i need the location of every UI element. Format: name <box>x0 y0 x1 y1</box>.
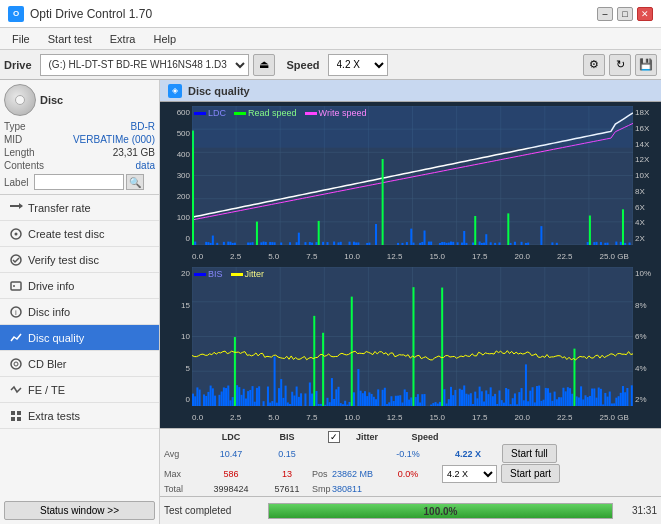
ldc-y-axis-right: 18X16X14X12X10X8X6X4X2X <box>633 106 657 245</box>
status-window-button[interactable]: Status window >> <box>4 501 155 520</box>
disc-icon <box>4 84 36 116</box>
bis-y-axis-right: 10%8%6%4%2% <box>633 267 657 406</box>
maximize-button[interactable]: □ <box>617 7 633 21</box>
eject-button[interactable]: ⏏ <box>253 54 275 76</box>
ldc-legend-ldc: LDC <box>194 108 226 118</box>
bis-chart-canvas <box>192 267 633 406</box>
disc-panel: Disc Type BD-R MID VERBATIMe (000) Lengt… <box>0 80 159 195</box>
sidebar-item-extra-tests[interactable]: Extra tests <box>0 403 159 429</box>
ldc-legend-read: Read speed <box>234 108 297 118</box>
svg-marker-1 <box>19 203 23 209</box>
cd-bler-icon <box>8 356 24 372</box>
position-value: 23862 MB <box>332 469 378 479</box>
drive-label: Drive <box>4 59 32 71</box>
menu-start-test[interactable]: Start test <box>40 31 100 47</box>
svg-rect-11 <box>11 411 15 415</box>
label-label: Label <box>4 177 28 188</box>
svg-point-6 <box>13 285 15 287</box>
jitter-checkbox[interactable]: ✓ <box>328 431 340 443</box>
avg-jitter: -0.1% <box>378 449 438 459</box>
avg-ldc: 10.47 <box>200 449 262 459</box>
app-icon: O <box>8 6 24 22</box>
verify-icon <box>8 252 24 268</box>
contents-value: data <box>136 160 155 171</box>
svg-point-3 <box>15 232 18 235</box>
bis-chart-area: BIS Jitter <box>192 267 633 406</box>
sidebar-item-verify-test-disc[interactable]: Verify test disc <box>0 247 159 273</box>
main-content: ◈ Disc quality 6005004003002001000 18X16… <box>160 80 661 524</box>
drive-select[interactable]: (G:) HL-DT-ST BD-RE WH16NS48 1.D3 <box>40 54 249 76</box>
refresh-icon-btn[interactable]: ↻ <box>609 54 631 76</box>
speed-select[interactable]: 4.2 X <box>328 54 388 76</box>
progress-bar-container: 100.0% <box>268 503 613 519</box>
sidebar: Disc Type BD-R MID VERBATIMe (000) Lengt… <box>0 80 160 524</box>
disc-quality-icon <box>8 330 24 346</box>
ldc-y-axis-left: 6005004003002001000 <box>164 106 192 245</box>
minimize-button[interactable]: – <box>597 7 613 21</box>
sidebar-item-disc-info[interactable]: i Disc info <box>0 299 159 325</box>
sidebar-item-fe-te[interactable]: FE / TE <box>0 377 159 403</box>
charts-area: 6005004003002001000 18X16X14X12X10X8X6X4… <box>160 102 661 428</box>
type-value: BD-R <box>131 121 155 132</box>
label-search-button[interactable]: 🔍 <box>126 174 144 190</box>
mid-label: MID <box>4 134 22 145</box>
menu-help[interactable]: Help <box>145 31 184 47</box>
sidebar-item-cd-bler[interactable]: CD Bler <box>0 351 159 377</box>
stats-header-ldc: LDC <box>200 432 262 442</box>
bis-x-axis: 0.02.55.07.510.012.515.017.520.022.525.0… <box>164 410 657 424</box>
close-button[interactable]: ✕ <box>637 7 653 21</box>
stats-bar: LDC BIS ✓ Jitter Speed Avg 10.47 0.15 -0… <box>160 428 661 496</box>
stats-header-bis: BIS <box>262 432 312 442</box>
label-input[interactable] <box>34 174 124 190</box>
progress-text: 100.0% <box>424 505 458 516</box>
total-ldc: 3998424 <box>200 484 262 494</box>
speed-select-small[interactable]: 4.2 X <box>442 465 497 483</box>
length-value: 23,31 GB <box>113 147 155 158</box>
ldc-chart-wrapper: 6005004003002001000 18X16X14X12X10X8X6X4… <box>164 106 657 245</box>
mid-value: VERBATIMe (000) <box>73 134 155 145</box>
position-label: Pos <box>312 469 332 479</box>
ldc-legend: LDC Read speed Write speed <box>194 108 366 118</box>
ldc-chart-area: LDC Read speed Write speed <box>192 106 633 245</box>
svg-point-9 <box>11 359 21 369</box>
panel-header-icon: ◈ <box>168 84 182 98</box>
max-label: Max <box>164 469 200 479</box>
svg-rect-12 <box>17 411 21 415</box>
drive-toolbar: Drive (G:) HL-DT-ST BD-RE WH16NS48 1.D3 … <box>0 50 661 80</box>
type-label: Type <box>4 121 26 132</box>
extra-tests-icon <box>8 408 24 424</box>
ldc-chart-canvas <box>192 106 633 245</box>
sidebar-item-drive-info[interactable]: Drive info <box>0 273 159 299</box>
samples-label-text: Smp <box>312 484 332 494</box>
disc-info-icon: i <box>8 304 24 320</box>
total-label: Total <box>164 484 200 494</box>
svg-rect-14 <box>17 417 21 421</box>
bottom-bar: Test completed 100.0% 31:31 <box>160 496 661 524</box>
speed-value: 4.22 X <box>438 449 498 459</box>
save-icon-btn[interactable]: 💾 <box>635 54 657 76</box>
bis-legend-jitter: Jitter <box>231 269 265 279</box>
max-ldc: 586 <box>200 469 262 479</box>
menu-file[interactable]: File <box>4 31 38 47</box>
start-full-button[interactable]: Start full <box>502 444 557 463</box>
sidebar-item-transfer-rate[interactable]: Transfer rate <box>0 195 159 221</box>
start-part-button[interactable]: Start part <box>501 464 560 483</box>
svg-rect-5 <box>11 282 21 290</box>
create-disc-icon <box>8 226 24 242</box>
time-display: 31:31 <box>617 505 657 516</box>
settings-icon-btn[interactable]: ⚙ <box>583 54 605 76</box>
svg-rect-13 <box>11 417 15 421</box>
menu-bar: File Start test Extra Help <box>0 28 661 50</box>
avg-label: Avg <box>164 449 200 459</box>
sidebar-item-create-test-disc[interactable]: Create test disc <box>0 221 159 247</box>
bis-chart-wrapper: 20151050 10%8%6%4%2% BIS Jitter <box>164 267 657 406</box>
sidebar-item-disc-quality[interactable]: Disc quality <box>0 325 159 351</box>
length-label: Length <box>4 147 35 158</box>
svg-text:i: i <box>15 308 17 317</box>
max-bis: 13 <box>262 469 312 479</box>
menu-extra[interactable]: Extra <box>102 31 144 47</box>
fe-te-icon <box>8 382 24 398</box>
svg-point-10 <box>14 362 18 366</box>
disc-title: Disc <box>40 94 63 106</box>
samples-value: 380811 <box>332 484 378 494</box>
